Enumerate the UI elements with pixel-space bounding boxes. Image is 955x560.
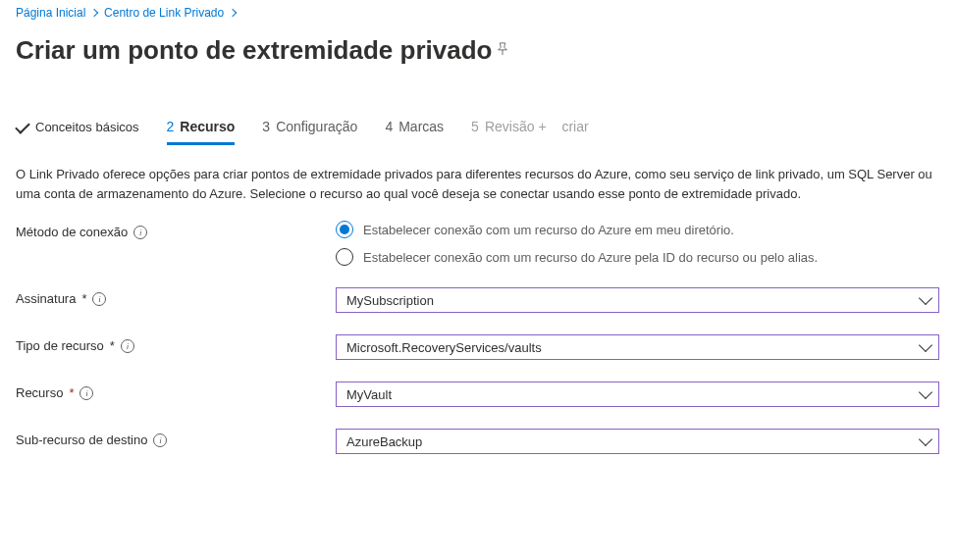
chevron-right-icon	[89, 9, 97, 17]
select-value: MyVault	[346, 387, 392, 402]
info-icon[interactable]: i	[92, 292, 106, 306]
tab-number: 3	[262, 119, 270, 134]
label-text: Assinatura	[16, 291, 76, 306]
tab-label: Recurso	[180, 119, 235, 134]
resource-select[interactable]: MyVault	[336, 382, 939, 407]
subresource-select[interactable]: AzureBackup	[336, 429, 939, 454]
breadcrumb-home[interactable]: Página Inicial	[16, 6, 85, 20]
page-title: Criar um ponto de extremidade privado	[16, 35, 492, 66]
chevron-down-icon	[919, 291, 932, 305]
tab-label: Marcas	[398, 119, 444, 134]
check-icon	[16, 121, 29, 134]
wizard-tabs: Conceitos básicos 2 Recurso 3 Configuraç…	[0, 66, 955, 145]
required-marker: *	[69, 385, 74, 400]
label-resource-type: Tipo de recurso * i	[16, 334, 336, 353]
breadcrumb-center[interactable]: Centro de Link Privado	[104, 6, 224, 20]
select-value: AzureBackup	[346, 434, 422, 449]
select-value: Microsoft.RecoveryServices/vaults	[346, 340, 542, 355]
tab-basics[interactable]: Conceitos básicos	[16, 120, 139, 145]
required-marker: *	[81, 291, 86, 306]
resource-type-select[interactable]: Microsoft.RecoveryServices/vaults	[336, 334, 939, 360]
pin-icon[interactable]	[496, 42, 509, 59]
label-connection-method: Método de conexão i	[16, 221, 336, 239]
select-value: MySubscription	[346, 293, 434, 308]
tab-label: criar	[561, 119, 588, 134]
label-subscription: Assinatura * i	[16, 287, 336, 306]
chevron-down-icon	[919, 338, 932, 352]
chevron-right-icon	[228, 9, 236, 17]
label-subresource: Sub-recurso de destino i	[16, 429, 336, 447]
tab-number: 4	[385, 119, 393, 134]
form: Método de conexão i Estabelecer conexão …	[0, 209, 955, 454]
chevron-down-icon	[919, 433, 932, 446]
description-text: O Link Privado oferece opções para criar…	[0, 145, 955, 209]
tab-resource[interactable]: 2 Recurso	[167, 119, 236, 145]
breadcrumb: Página Inicial Centro de Link Privado	[0, 2, 955, 20]
label-text: Sub-recurso de destino	[16, 433, 147, 447]
subscription-select[interactable]: MySubscription	[336, 287, 939, 313]
label-text: Método de conexão	[16, 225, 128, 239]
radio-label: Estabelecer conexão com um recurso do Az…	[363, 223, 734, 237]
tab-label: Conceitos básicos	[35, 120, 139, 134]
tab-configuration[interactable]: 3 Configuração	[262, 119, 357, 145]
label-text: Recurso	[16, 385, 63, 400]
info-icon[interactable]: i	[80, 386, 93, 400]
radio-icon	[336, 248, 353, 266]
info-icon[interactable]: i	[121, 339, 134, 353]
tab-review-create: 5 Revisão + criar	[471, 119, 589, 145]
connection-method-radio-group: Estabelecer conexão com um recurso do Az…	[336, 221, 939, 266]
radio-label: Estabelecer conexão com um recurso do Az…	[363, 250, 818, 265]
required-marker: *	[110, 338, 115, 353]
title-row: Criar um ponto de extremidade privado	[0, 20, 955, 66]
radio-icon	[336, 221, 353, 238]
row-subresource: Sub-recurso de destino i AzureBackup	[16, 429, 939, 454]
row-subscription: Assinatura * i MySubscription	[16, 287, 939, 313]
label-resource: Recurso * i	[16, 382, 336, 400]
chevron-down-icon	[919, 385, 932, 399]
radio-option-resource-id[interactable]: Estabelecer conexão com um recurso do Az…	[336, 248, 939, 266]
info-icon[interactable]: i	[153, 433, 167, 447]
row-connection-method: Método de conexão i Estabelecer conexão …	[16, 221, 939, 266]
tab-number: 2	[167, 119, 175, 134]
tab-number: 5	[471, 119, 479, 134]
tab-label: Configuração	[276, 119, 357, 134]
tab-label: Revisão +	[485, 119, 547, 134]
radio-option-directory[interactable]: Estabelecer conexão com um recurso do Az…	[336, 221, 939, 238]
label-text: Tipo de recurso	[16, 338, 104, 353]
row-resource-type: Tipo de recurso * i Microsoft.RecoverySe…	[16, 334, 939, 360]
info-icon[interactable]: i	[133, 226, 147, 239]
tab-tags[interactable]: 4 Marcas	[385, 119, 444, 145]
row-resource: Recurso * i MyVault	[16, 382, 939, 407]
